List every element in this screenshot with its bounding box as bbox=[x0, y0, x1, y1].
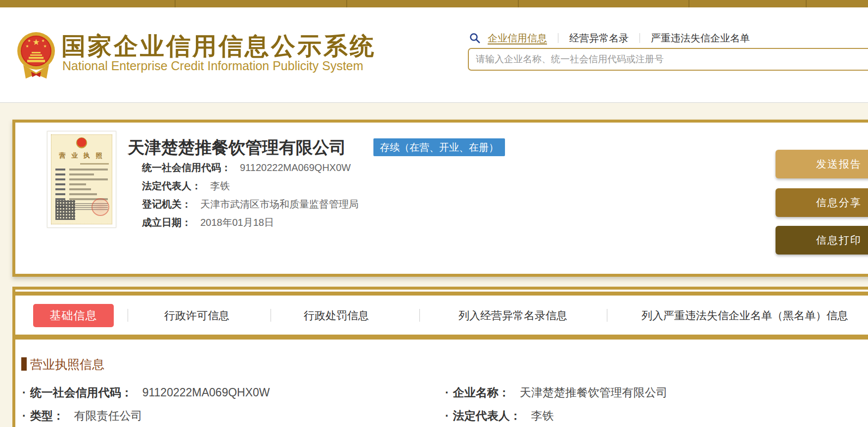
nav-separator bbox=[558, 33, 558, 43]
license-subline bbox=[80, 163, 109, 165]
svg-text:★: ★ bbox=[43, 44, 46, 48]
tab-admin-penalty-info[interactable]: 行政处罚信息 bbox=[304, 308, 369, 323]
license-thumb-title: 营 业 执 照 bbox=[51, 151, 112, 160]
topbar-divider bbox=[175, 0, 176, 7]
business-license-thumbnail[interactable]: 营 业 执 照 bbox=[47, 131, 116, 228]
section-heading-marker bbox=[21, 357, 27, 371]
field-establishment-date: 成立日期：2018年01月18日 bbox=[142, 216, 274, 229]
topbar-divider bbox=[346, 0, 347, 7]
nav-link-serious-violations[interactable]: 严重违法失信企业名单 bbox=[651, 32, 750, 45]
svg-text:★: ★ bbox=[25, 44, 29, 48]
field-credit-code: 统一社会信用代码：91120222MA069QHX0W bbox=[142, 161, 351, 174]
tab-bar: 基础信息 行政许可信息 行政处罚信息 列入经营异常名录信息 列入严重违法失信企业… bbox=[15, 296, 868, 335]
tab-blacklist-info[interactable]: 列入严重违法失信企业名单（黑名单）信息 bbox=[641, 308, 848, 323]
company-name: 天津楚楚推餐饮管理有限公司 bbox=[128, 136, 346, 159]
license-emblem-icon bbox=[76, 137, 87, 148]
nav-link-enterprise-credit[interactable]: 企业信用信息 bbox=[488, 32, 547, 45]
site-subtitle: National Enterprise Credit Information P… bbox=[62, 59, 364, 73]
site-header: ★ ★ ★ ★ ★ 国家企业信用信息公示系统 National Enterpri… bbox=[0, 7, 868, 103]
tab-separator bbox=[271, 309, 271, 322]
tab-basic-info[interactable]: 基础信息 bbox=[33, 304, 114, 327]
topbar-divider bbox=[518, 0, 519, 7]
print-info-button[interactable]: 信息打印 bbox=[776, 226, 868, 255]
section-heading: 营业执照信息 bbox=[30, 356, 104, 373]
top-gold-bar bbox=[0, 0, 868, 7]
search-input[interactable] bbox=[468, 48, 868, 71]
detail-card: 基础信息 行政许可信息 行政处罚信息 列入经营异常名录信息 列入严重违法失信企业… bbox=[12, 287, 868, 427]
tab-separator bbox=[607, 309, 607, 322]
send-report-button[interactable]: 发送报告 bbox=[776, 150, 868, 178]
tab-separator bbox=[419, 309, 420, 322]
svg-text:★: ★ bbox=[41, 39, 45, 43]
field-registration-authority: 登记机关：天津市武清区市场和质量监督管理局 bbox=[142, 198, 359, 211]
site-title: 国家企业信用信息公示系统 bbox=[61, 30, 376, 63]
license-red-seal bbox=[91, 198, 109, 216]
tab-separator bbox=[128, 309, 128, 322]
nav-link-abnormal-operations[interactable]: 经营异常名录 bbox=[569, 32, 629, 45]
topbar-divider bbox=[806, 0, 807, 7]
tabbar-gold-underline bbox=[15, 335, 868, 340]
card-top-border-inner bbox=[15, 292, 868, 296]
license-paper: 营 业 执 照 bbox=[51, 134, 112, 224]
header-search-nav: 企业信用信息 经营异常名录 严重违法失信企业名单 bbox=[469, 31, 750, 45]
magnifier-icon bbox=[469, 32, 481, 44]
license-qr-code bbox=[55, 200, 75, 220]
detail-credit-code: ·统一社会信用代码：91120222MA069QHX0W bbox=[22, 385, 270, 400]
national-emblem-logo: ★ ★ ★ ★ ★ bbox=[16, 27, 56, 84]
tab-admin-license-info[interactable]: 行政许可信息 bbox=[164, 308, 229, 323]
share-info-button[interactable]: 信息分享 bbox=[776, 188, 868, 217]
detail-company-type: ·类型：有限责任公司 bbox=[22, 408, 142, 424]
tab-abnormal-operations-info[interactable]: 列入经营异常名录信息 bbox=[458, 308, 567, 323]
svg-text:★: ★ bbox=[27, 39, 31, 43]
svg-text:★: ★ bbox=[32, 38, 40, 47]
topbar-divider bbox=[688, 0, 689, 7]
status-badge: 存续（在营、开业、在册） bbox=[373, 138, 505, 156]
company-summary-card: 营 业 执 照 天津楚楚推餐饮管理有限公司 存续（在营、开业、在册） 统一社会信… bbox=[12, 120, 868, 277]
nav-separator bbox=[640, 33, 640, 43]
detail-company-name: ·企业名称：天津楚楚推餐饮管理有限公司 bbox=[445, 385, 668, 400]
detail-legal-representative: ·法定代表人：李铁 bbox=[445, 408, 554, 424]
field-legal-representative: 法定代表人：李铁 bbox=[142, 179, 230, 193]
business-license-section: 营业执照信息 ·统一社会信用代码：91120222MA069QHX0W ·企业名… bbox=[15, 340, 868, 427]
